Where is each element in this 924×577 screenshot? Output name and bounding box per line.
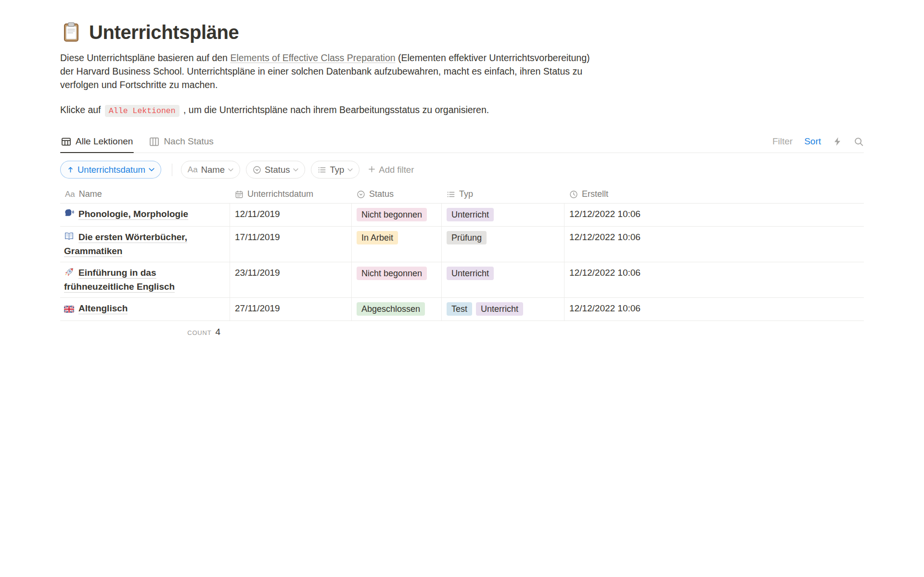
row-title[interactable]: Einführung in das frühneuzeitliche Engli… — [64, 268, 175, 293]
row-title[interactable]: Die ersten Wörterbücher, Grammatiken — [64, 232, 187, 257]
speaking-head-icon — [64, 208, 74, 222]
table-row[interactable]: Einführung in das frühneuzeitliche Engli… — [60, 262, 864, 298]
column-label: Unterrichtsdatum — [247, 189, 313, 199]
chevron-down-icon — [347, 168, 353, 172]
date-value: 23/11/2019 — [235, 267, 280, 279]
page: Unterrichtspläne Diese Unterrichtspläne … — [0, 0, 864, 337]
toolbar-actions: Filter Sort — [772, 136, 864, 153]
view-toolbar: Alle Lektionen Nach Status Filter Sort — [60, 132, 864, 153]
status-badge[interactable]: In Arbeit — [357, 231, 398, 244]
column-header-name[interactable]: Aa Name — [60, 186, 230, 203]
row-title[interactable]: Phonologie, Morphologie — [78, 209, 188, 220]
description-text-before: Diese Unterrichtspläne basieren auf den — [60, 52, 230, 63]
clipboard-icon[interactable] — [60, 21, 82, 43]
chevron-down-icon — [149, 167, 154, 172]
title-row: Unterrichtspläne — [60, 21, 864, 43]
table-row[interactable]: Die ersten Wörterbücher, Grammatiken 17/… — [60, 227, 864, 262]
filter-pill-label: Name — [201, 165, 225, 175]
plus-icon — [368, 165, 375, 175]
page-description: Diese Unterrichtspläne basieren auf den … — [60, 51, 604, 91]
board-view-icon — [149, 137, 159, 147]
filter-divider — [172, 164, 172, 176]
created-cell[interactable]: 12/12/2022 10:06 — [565, 298, 864, 321]
select-icon — [253, 166, 261, 174]
date-cell[interactable]: 12/11/2019 — [230, 204, 352, 226]
row-title[interactable]: Altenglisch — [78, 303, 128, 314]
filter-pill-status[interactable]: Status — [246, 161, 305, 179]
date-value: 17/11/2019 — [235, 231, 280, 244]
lightning-icon[interactable] — [833, 137, 842, 146]
sort-pill-unterrichtsdatum[interactable]: Unterrichtsdatum — [60, 161, 161, 179]
page-hint: Klicke auf Alle Lektionen , um die Unter… — [60, 103, 864, 118]
type-cell[interactable]: TestUnterricht — [442, 298, 565, 321]
lessons-table: Aa Name Unterrichtsdatum — [60, 186, 864, 337]
created-cell[interactable]: 12/12/2022 10:06 — [565, 227, 864, 262]
count[interactable]: COUNT4 — [60, 327, 230, 337]
alle-lektionen-code-badge[interactable]: Alle Lektionen — [105, 105, 180, 117]
table-view-icon — [61, 137, 71, 147]
tab-nach-status[interactable]: Nach Status — [148, 132, 215, 153]
type-badge[interactable]: Prüfung — [447, 231, 487, 244]
name-cell[interactable]: Einführung in das frühneuzeitliche Engli… — [60, 262, 230, 297]
sort-pill-label: Unterrichtsdatum — [77, 165, 145, 175]
name-cell[interactable]: Die ersten Wörterbücher, Grammatiken — [60, 227, 230, 262]
type-badge[interactable]: Unterricht — [476, 302, 523, 316]
type-badge[interactable]: Test — [447, 302, 472, 316]
clock-icon — [569, 190, 578, 199]
filter-pill-typ[interactable]: Typ — [311, 161, 359, 179]
chevron-down-icon — [228, 168, 233, 172]
column-header-unterrichtsdatum[interactable]: Unterrichtsdatum — [230, 186, 352, 203]
tab-label: Nach Status — [164, 136, 214, 147]
filter-pill-name[interactable]: Aa Name — [181, 161, 240, 179]
name-cell[interactable]: Altenglisch — [60, 298, 230, 321]
column-header-typ[interactable]: Typ — [442, 186, 565, 203]
type-badge[interactable]: Unterricht — [447, 208, 494, 221]
type-cell[interactable]: Unterricht — [442, 262, 565, 297]
filter-button[interactable]: Filter — [772, 136, 793, 147]
date-cell[interactable]: 23/11/2019 — [230, 262, 352, 297]
open-book-icon — [64, 231, 74, 245]
column-label: Typ — [459, 189, 473, 199]
column-label: Erstellt — [582, 189, 608, 199]
type-cell[interactable]: Unterricht — [442, 204, 565, 226]
status-badge[interactable]: Nicht begonnen — [357, 208, 427, 221]
status-cell[interactable]: Nicht begonnen — [352, 262, 442, 297]
name-cell[interactable]: Phonologie, Morphologie — [60, 204, 230, 226]
status-cell[interactable]: Nicht begonnen — [352, 204, 442, 226]
class-preparation-link[interactable]: Elements of Effective Class Preparation — [230, 52, 395, 63]
column-label: Name — [79, 189, 102, 199]
column-label: Status — [369, 189, 394, 199]
multiselect-icon — [318, 166, 326, 174]
table-row[interactable]: Phonologie, Morphologie 12/11/2019 Nicht… — [60, 204, 864, 227]
created-value: 12/12/2022 10:06 — [569, 231, 641, 244]
status-cell[interactable]: In Arbeit — [352, 227, 442, 262]
calendar-icon — [235, 190, 244, 199]
arrow-up-icon — [67, 166, 74, 173]
created-value: 12/12/2022 10:06 — [569, 302, 641, 315]
date-cell[interactable]: 17/11/2019 — [230, 227, 352, 262]
count-row: COUNT4 — [60, 327, 864, 337]
created-cell[interactable]: 12/12/2022 10:06 — [565, 262, 864, 297]
chevron-down-icon — [293, 168, 298, 172]
count-label: COUNT — [187, 329, 211, 336]
tab-alle-lektionen[interactable]: Alle Lektionen — [60, 132, 134, 153]
status-badge[interactable]: Nicht begonnen — [357, 267, 427, 280]
add-filter-button[interactable]: Add filter — [368, 165, 414, 175]
column-header-status[interactable]: Status — [352, 186, 442, 203]
status-cell[interactable]: Abgeschlossen — [352, 298, 442, 321]
column-header-erstellt[interactable]: Erstellt — [565, 186, 864, 203]
filter-bar: Unterrichtsdatum Aa Name Status — [60, 161, 864, 179]
type-badge[interactable]: Unterricht — [447, 267, 494, 280]
status-badge[interactable]: Abgeschlossen — [357, 302, 425, 316]
created-cell[interactable]: 12/12/2022 10:06 — [565, 204, 864, 226]
type-cell[interactable]: Prüfung — [442, 227, 565, 262]
multiselect-icon — [447, 190, 455, 199]
rocket-icon — [64, 267, 74, 281]
uk-flag-icon — [64, 304, 74, 316]
table-row[interactable]: Altenglisch 27/11/2019 Abgeschlossen Tes… — [60, 298, 864, 321]
filter-pill-label: Typ — [330, 165, 344, 175]
date-value: 27/11/2019 — [235, 302, 280, 315]
search-icon[interactable] — [854, 137, 864, 147]
date-cell[interactable]: 27/11/2019 — [230, 298, 352, 321]
sort-button[interactable]: Sort — [804, 136, 821, 147]
